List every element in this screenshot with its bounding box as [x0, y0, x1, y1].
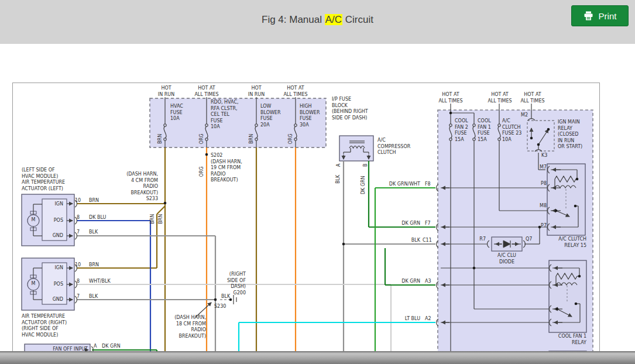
bottom-scrollbar[interactable] [0, 351, 635, 364]
print-button[interactable]: Print [571, 5, 629, 26]
title-suffix: Circuit [342, 14, 373, 25]
title-prefix: Fig 4: Manual [262, 14, 325, 25]
wiring-diagram-canvas [12, 83, 600, 364]
title-highlight: A/C [325, 14, 342, 25]
print-button-label: Print [599, 11, 617, 21]
title-bar: Fig 4: Manual A/C Circuit Print [0, 0, 635, 44]
page-title: Fig 4: Manual A/C Circuit [0, 14, 635, 26]
app-window: Fig 4: Manual A/C Circuit Print HOT IN R… [0, 0, 635, 364]
printer-icon [583, 11, 593, 20]
